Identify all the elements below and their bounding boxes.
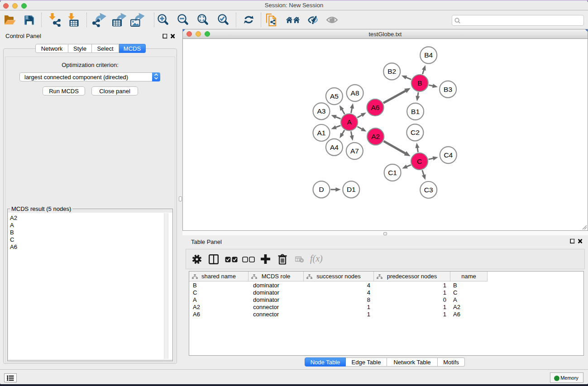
svg-text:A5: A5	[330, 92, 339, 100]
svg-text:D1: D1	[347, 186, 356, 193]
svg-text:C3: C3	[424, 186, 433, 194]
svg-text:A1: A1	[317, 129, 326, 137]
svg-text:A3: A3	[317, 107, 326, 115]
svg-text:A7: A7	[350, 147, 359, 155]
svg-text:A6: A6	[371, 104, 380, 111]
svg-text:A4: A4	[330, 143, 339, 151]
svg-text:C2: C2	[411, 129, 420, 136]
svg-text:B4: B4	[424, 51, 433, 59]
svg-text:C4: C4	[444, 151, 453, 159]
svg-text:D: D	[319, 186, 324, 193]
svg-text:A2: A2	[371, 133, 380, 140]
svg-text:B1: B1	[411, 108, 420, 115]
svg-text:C1: C1	[388, 169, 397, 176]
svg-text:A8: A8	[351, 89, 359, 97]
svg-text:B: B	[417, 79, 422, 87]
svg-text:B2: B2	[387, 67, 396, 75]
svg-text:C: C	[417, 157, 422, 165]
svg-text:B3: B3	[444, 86, 452, 93]
svg-text:f(x): f(x)	[310, 254, 323, 264]
svg-text:A: A	[347, 118, 352, 126]
